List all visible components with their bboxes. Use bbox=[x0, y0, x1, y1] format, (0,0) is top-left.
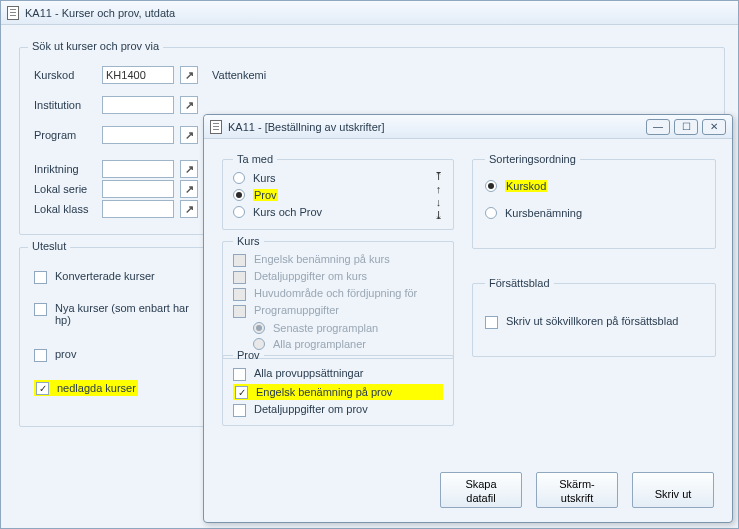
skapa-datafil-button[interactable]: Skapa datafil bbox=[440, 472, 522, 508]
nedlagda-label: nedlagda kurser bbox=[57, 382, 136, 394]
lokal-serie-lookup-button[interactable]: ↗ bbox=[180, 180, 198, 198]
reorder-controls: ⤒ ↑ ↓ ⤓ bbox=[434, 171, 443, 221]
sort-fieldset: Sorteringsordning Kurskod Kursbenämning bbox=[472, 153, 716, 249]
lokal-serie-input[interactable] bbox=[102, 180, 174, 198]
nedlagda-checkbox[interactable]: ✓ bbox=[36, 382, 49, 395]
programuppgifter-checkbox bbox=[233, 305, 246, 318]
kurs-legend: Kurs bbox=[233, 235, 264, 247]
main-titlebar: KA11 - Kurser och prov, utdata bbox=[1, 1, 738, 25]
alla-planer-label: Alla programplaner bbox=[273, 338, 366, 350]
move-up-icon[interactable]: ↑ bbox=[436, 184, 442, 195]
print-dialog: KA11 - [Beställning av utskrifter] — ☐ ✕… bbox=[203, 114, 733, 523]
kurskod-label: Kurskod bbox=[34, 69, 96, 81]
konverterade-checkbox[interactable] bbox=[34, 271, 47, 284]
konverterade-label: Konverterade kurser bbox=[55, 270, 155, 282]
inriktning-label: Inriktning bbox=[34, 163, 96, 175]
kurskod-lookup-button[interactable]: ↗ bbox=[180, 66, 198, 84]
document-icon bbox=[7, 6, 19, 20]
ta-med-kurs-och-prov-label: Kurs och Prov bbox=[253, 206, 322, 218]
ta-med-fieldset: Ta med Kurs Prov Kurs och Prov ⤒ ↑ ↓ ⤓ bbox=[222, 153, 454, 230]
nya-kurser-checkbox[interactable] bbox=[34, 303, 47, 316]
exclude-group-title: Uteslut bbox=[28, 240, 70, 252]
ta-med-prov-radio[interactable] bbox=[233, 189, 245, 201]
prov-fieldset: Prov Alla provuppsättningar ✓ Engelsk be… bbox=[222, 349, 454, 426]
move-top-icon[interactable]: ⤒ bbox=[434, 171, 443, 182]
ta-med-kurs-label: Kurs bbox=[253, 172, 276, 184]
detalj-kurs-label: Detaljuppgifter om kurs bbox=[254, 270, 367, 282]
main-title: KA11 - Kurser och prov, utdata bbox=[25, 7, 175, 19]
program-input[interactable] bbox=[102, 126, 174, 144]
detalj-kurs-checkbox bbox=[233, 271, 246, 284]
lokal-klass-lookup-button[interactable]: ↗ bbox=[180, 200, 198, 218]
alla-provupps-checkbox[interactable] bbox=[233, 368, 246, 381]
huvudomrade-label: Huvudområde och fördjupning för bbox=[254, 287, 417, 299]
skriv-sok-checkbox[interactable] bbox=[485, 316, 498, 329]
dialog-titlebar: KA11 - [Beställning av utskrifter] — ☐ ✕ bbox=[204, 115, 732, 139]
sort-legend: Sorteringsordning bbox=[485, 153, 580, 165]
detalj-prov-label: Detaljuppgifter om prov bbox=[254, 403, 368, 415]
dialog-title: KA11 - [Beställning av utskrifter] bbox=[228, 121, 385, 133]
ta-med-kurs-och-prov-radio[interactable] bbox=[233, 206, 245, 218]
sort-kurskod-radio[interactable] bbox=[485, 180, 497, 192]
institution-lookup-button[interactable]: ↗ bbox=[180, 96, 198, 114]
prov-legend: Prov bbox=[233, 349, 264, 361]
eng-ben-kurs-checkbox bbox=[233, 254, 246, 267]
skriv-ut-button[interactable]: Skriv ut bbox=[632, 472, 714, 508]
institution-label: Institution bbox=[34, 99, 96, 111]
kurskod-input[interactable] bbox=[102, 66, 174, 84]
search-group-title: Sök ut kurser och prov via bbox=[28, 40, 163, 52]
lokal-klass-input[interactable] bbox=[102, 200, 174, 218]
nya-kurser-label: Nya kurser (som enbart har hp) bbox=[55, 302, 194, 326]
minimize-button[interactable]: — bbox=[646, 119, 670, 135]
kurskod-display: Vattenkemi bbox=[212, 69, 266, 81]
ta-med-legend: Ta med bbox=[233, 153, 277, 165]
eng-ben-kurs-label: Engelsk benämning på kurs bbox=[254, 253, 390, 265]
skarm-utskrift-button[interactable]: Skärm- utskrift bbox=[536, 472, 618, 508]
prov-label: prov bbox=[55, 348, 76, 360]
eng-ben-prov-label: Engelsk benämning på prov bbox=[256, 386, 392, 398]
lokal-serie-label: Lokal serie bbox=[34, 183, 96, 195]
inriktning-input[interactable] bbox=[102, 160, 174, 178]
senaste-plan-label: Senaste programplan bbox=[273, 322, 378, 334]
move-down-icon[interactable]: ↓ bbox=[436, 197, 442, 208]
skriv-sok-label: Skriv ut sökvillkoren på försättsblad bbox=[506, 315, 678, 327]
program-lookup-button[interactable]: ↗ bbox=[180, 126, 198, 144]
forsattsblad-fieldset: Försättsblad Skriv ut sökvillkoren på fö… bbox=[472, 277, 716, 357]
programuppgifter-label: Programuppgifter bbox=[254, 304, 339, 316]
lokal-klass-label: Lokal klass bbox=[34, 203, 96, 215]
close-button[interactable]: ✕ bbox=[702, 119, 726, 135]
prov-checkbox[interactable] bbox=[34, 349, 47, 362]
huvudomrade-checkbox bbox=[233, 288, 246, 301]
institution-input[interactable] bbox=[102, 96, 174, 114]
senaste-plan-radio bbox=[253, 322, 265, 334]
detalj-prov-checkbox[interactable] bbox=[233, 404, 246, 417]
kurs-fieldset: Kurs Engelsk benämning på kurs Detaljupp… bbox=[222, 235, 454, 359]
forsattsblad-legend: Försättsblad bbox=[485, 277, 554, 289]
ta-med-kurs-radio[interactable] bbox=[233, 172, 245, 184]
program-label: Program bbox=[34, 129, 96, 141]
alla-provupps-label: Alla provuppsättningar bbox=[254, 367, 363, 379]
move-bottom-icon[interactable]: ⤓ bbox=[434, 210, 443, 221]
maximize-button[interactable]: ☐ bbox=[674, 119, 698, 135]
inriktning-lookup-button[interactable]: ↗ bbox=[180, 160, 198, 178]
sort-kursben-label: Kursbenämning bbox=[505, 207, 582, 219]
sort-kurskod-label: Kurskod bbox=[505, 180, 547, 192]
sort-kursben-radio[interactable] bbox=[485, 207, 497, 219]
exclude-groupbox: Uteslut Konverterade kurser Nya kurser (… bbox=[19, 247, 211, 427]
ta-med-prov-label: Prov bbox=[253, 189, 278, 201]
eng-ben-prov-checkbox[interactable]: ✓ bbox=[235, 386, 248, 399]
document-icon bbox=[210, 120, 222, 134]
